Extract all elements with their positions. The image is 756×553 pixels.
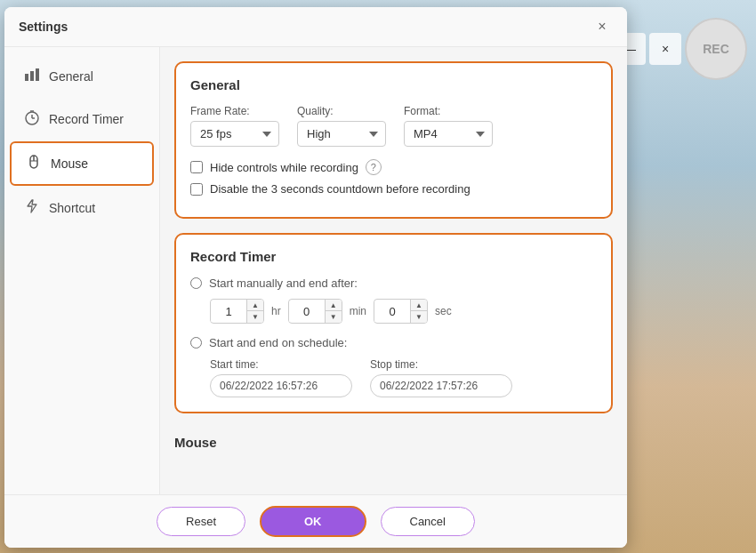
close-icon: × [662, 42, 669, 56]
dialog-titlebar: Settings × [4, 7, 627, 47]
hide-controls-checkbox[interactable] [190, 161, 203, 173]
frame-rate-label: Frame Rate: [190, 105, 279, 117]
format-group: Format: MP4 AVI MOV GIF [404, 105, 493, 147]
help-icon[interactable]: ? [366, 159, 382, 175]
sidebar-item-record-timer[interactable]: Record Timer [10, 99, 154, 140]
schedule-label: Start and end on schedule: [209, 336, 347, 349]
start-manually-radio[interactable] [190, 277, 202, 289]
dialog-footer: Reset OK Cancel [4, 494, 627, 548]
hr-spinner-btns: ▲ ▼ [246, 300, 263, 323]
general-card-title: General [190, 77, 597, 92]
settings-dialog: Settings × General [4, 7, 627, 548]
disable-countdown-label: Disable the 3 seconds countdown before r… [210, 182, 470, 196]
frame-rate-group: Frame Rate: 25 fps 15 fps 20 fps 30 fps … [190, 105, 279, 147]
schedule-radio[interactable] [190, 337, 202, 349]
rec-label: REC [703, 42, 729, 56]
sec-up-btn[interactable]: ▲ [411, 300, 427, 311]
main-content: General Frame Rate: 25 fps 15 fps 20 fps… [160, 47, 627, 494]
hide-controls-label: Hide controls while recording [210, 161, 358, 174]
start-manually-label: Start manually and end after: [209, 276, 358, 290]
sidebar-item-record-timer-label: Record Timer [49, 112, 124, 126]
dialog-title: Settings [19, 20, 68, 34]
general-settings-card: General Frame Rate: 25 fps 15 fps 20 fps… [174, 61, 613, 219]
mouse-icon [26, 154, 42, 173]
shortcut-icon [24, 198, 40, 218]
start-time-label: Start time: [210, 358, 352, 371]
stop-time-group: Stop time: [370, 358, 512, 397]
svg-rect-1 [30, 71, 34, 81]
sec-spinner: ▲ ▼ [374, 299, 428, 324]
sec-spinner-btns: ▲ ▼ [410, 300, 427, 323]
schedule-times: Start time: Stop time: [210, 358, 597, 397]
min-input[interactable] [289, 301, 325, 322]
min-spinner: ▲ ▼ [288, 299, 342, 324]
mouse-section-title: Mouse [174, 428, 613, 453]
timer-inputs: ▲ ▼ hr ▲ ▼ min [210, 299, 597, 324]
min-spinner-btns: ▲ ▼ [325, 300, 342, 323]
sec-down-btn[interactable]: ▼ [411, 311, 427, 323]
stop-time-label: Stop time: [370, 358, 512, 371]
reset-button[interactable]: Reset [157, 507, 245, 536]
hr-up-btn[interactable]: ▲ [247, 300, 263, 311]
quality-group: Quality: High Low Medium Ultra [297, 105, 386, 147]
toolbar-close-button[interactable]: × [649, 33, 681, 65]
sidebar: General Record Timer [4, 47, 160, 494]
min-label: min [350, 305, 366, 317]
sidebar-item-general[interactable]: General [10, 56, 154, 97]
quality-label: Quality: [297, 105, 386, 117]
dialog-body: General Record Timer [4, 47, 627, 494]
schedule-row: Start and end on schedule: [190, 336, 597, 349]
start-time-input[interactable] [210, 374, 352, 397]
hr-label: hr [271, 305, 281, 317]
min-up-btn[interactable]: ▲ [326, 300, 342, 311]
dialog-close-button[interactable]: × [591, 16, 613, 37]
format-select[interactable]: MP4 AVI MOV GIF [404, 121, 493, 147]
general-form-row: Frame Rate: 25 fps 15 fps 20 fps 30 fps … [190, 105, 597, 147]
record-timer-card: Record Timer Start manually and end afte… [174, 233, 613, 413]
start-time-group: Start time: [210, 358, 352, 397]
cancel-button[interactable]: Cancel [381, 507, 475, 536]
sidebar-item-mouse-label: Mouse [51, 156, 88, 171]
hr-spinner: ▲ ▼ [210, 299, 264, 324]
ok-button[interactable]: OK [260, 506, 366, 537]
frame-rate-select[interactable]: 25 fps 15 fps 20 fps 30 fps 60 fps [190, 121, 279, 147]
rec-button[interactable]: REC [685, 18, 747, 80]
hr-input[interactable] [211, 301, 246, 322]
stop-time-input[interactable] [370, 374, 512, 397]
disable-countdown-row: Disable the 3 seconds countdown before r… [190, 182, 597, 196]
record-timer-card-title: Record Timer [190, 249, 597, 264]
sidebar-item-shortcut-label: Shortcut [49, 201, 95, 215]
quality-select[interactable]: High Low Medium Ultra [297, 121, 386, 147]
record-timer-icon [24, 109, 40, 129]
sec-input[interactable] [374, 301, 410, 322]
disable-countdown-checkbox[interactable] [190, 183, 203, 196]
hr-down-btn[interactable]: ▼ [247, 311, 263, 323]
sec-label: sec [435, 305, 452, 317]
general-icon [24, 67, 40, 86]
sidebar-item-mouse[interactable]: Mouse [10, 141, 154, 186]
min-down-btn[interactable]: ▼ [326, 311, 342, 323]
sidebar-item-general-label: General [49, 69, 93, 84]
start-manually-row: Start manually and end after: [190, 276, 597, 290]
svg-rect-2 [36, 68, 39, 81]
sidebar-item-shortcut[interactable]: Shortcut [10, 188, 154, 228]
svg-rect-0 [25, 74, 28, 81]
hide-controls-row: Hide controls while recording ? [190, 159, 597, 175]
format-label: Format: [404, 105, 493, 117]
